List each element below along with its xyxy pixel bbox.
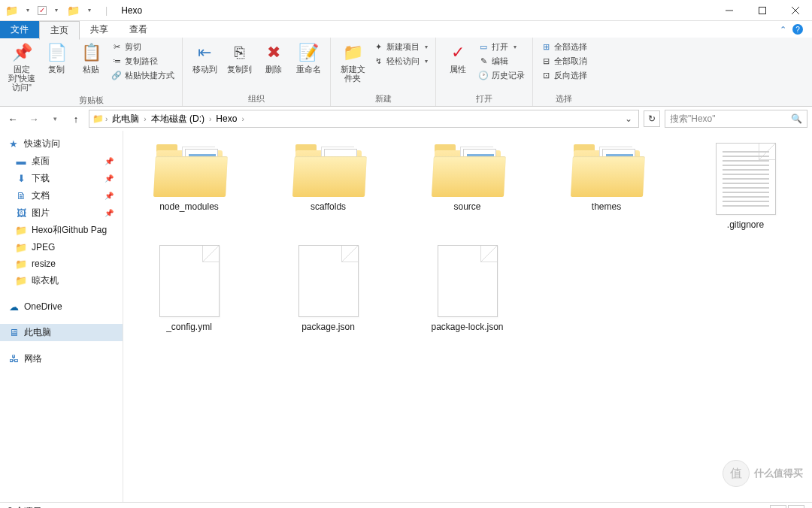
new-folder-button[interactable]: 📁新建文件夹 bbox=[337, 41, 368, 84]
close-button[interactable] bbox=[779, 0, 812, 21]
sidebar-item-pictures[interactable]: 🖼图片📌 bbox=[0, 204, 123, 222]
chevron-right-icon[interactable]: › bbox=[105, 115, 108, 123]
chevron-right-icon[interactable]: › bbox=[241, 115, 244, 123]
folder-icon bbox=[153, 143, 226, 197]
move-to-button[interactable]: ⇤移动到 bbox=[189, 41, 220, 75]
folder-icon bbox=[292, 143, 365, 197]
tab-home[interactable]: 主页 bbox=[39, 21, 80, 40]
sidebar-item-downloads[interactable]: ⬇下载📌 bbox=[0, 170, 123, 187]
file-list[interactable]: node_modules scaffolds source themes .gi… bbox=[123, 131, 812, 502]
breadcrumb-drive[interactable]: 本地磁盘 (D:) bbox=[148, 113, 208, 125]
file-config-yml[interactable]: _config.yml bbox=[131, 245, 247, 332]
forward-button[interactable]: → bbox=[26, 110, 42, 127]
qat-dropdown-icon[interactable]: ▾ bbox=[50, 4, 63, 17]
open-icon: ▭ bbox=[478, 42, 489, 53]
history-icon: 🕑 bbox=[478, 71, 489, 81]
maximize-button[interactable] bbox=[746, 0, 779, 21]
new-item-button[interactable]: ✦新建项目▾ bbox=[371, 41, 429, 53]
ribbon-group-organize: ⇤移动到 ⎘复制到 ✖删除 📝重命名 组织 bbox=[183, 38, 331, 106]
open-button[interactable]: ▭打开▾ bbox=[477, 41, 526, 53]
tab-file[interactable]: 文件 bbox=[0, 21, 39, 38]
file-package-lock-json[interactable]: package-lock.json bbox=[409, 245, 526, 332]
copy-path-button[interactable]: ≔复制路径 bbox=[110, 55, 176, 68]
cut-icon: ✂ bbox=[111, 42, 122, 53]
copy-to-icon: ⎘ bbox=[229, 42, 250, 63]
folder-source[interactable]: source bbox=[409, 143, 526, 230]
sidebar-item-jpeg[interactable]: 📁JPEG bbox=[0, 239, 123, 256]
address-bar[interactable]: 📁 › 此电脑 › 本地磁盘 (D:) › Hexo › ⌄ bbox=[89, 110, 639, 128]
copy-to-button[interactable]: ⎘复制到 bbox=[223, 41, 255, 75]
chevron-right-icon[interactable]: › bbox=[144, 115, 146, 123]
sidebar-item-hexo-github[interactable]: 📁Hexo和Github Pag bbox=[0, 222, 123, 239]
cut-button[interactable]: ✂剪切 bbox=[110, 41, 176, 53]
properties-icon: ✓ bbox=[447, 42, 468, 63]
select-none-button[interactable]: ⊟全部取消 bbox=[539, 55, 589, 68]
edit-button[interactable]: ✎编辑 bbox=[477, 55, 526, 68]
file-gitignore[interactable]: .gitignore bbox=[687, 143, 804, 230]
search-icon[interactable]: 🔍 bbox=[791, 113, 802, 124]
folder-scaffolds[interactable]: scaffolds bbox=[270, 143, 386, 230]
sidebar-item-resize[interactable]: 📁resize bbox=[0, 256, 123, 272]
back-button[interactable]: ← bbox=[5, 110, 21, 127]
collapse-ribbon-icon[interactable]: ⌃ bbox=[780, 25, 786, 35]
delete-button[interactable]: ✖删除 bbox=[258, 41, 289, 75]
status-bar: 8 个项目 ☰ ▦ bbox=[0, 502, 812, 508]
invert-selection-button[interactable]: ⊡反向选择 bbox=[539, 69, 589, 82]
copy-button[interactable]: 📄 复制 bbox=[41, 41, 72, 75]
watermark-badge: 值 bbox=[723, 460, 750, 487]
history-button[interactable]: 🕑历史记录 bbox=[477, 69, 526, 82]
checkbox-icon[interactable]: ✓ bbox=[38, 6, 47, 15]
ribbon: 📌 固定到"快速访问" 📄 复制 📋 粘贴 ✂剪切 ≔复制路径 🔗粘贴快捷方式 … bbox=[0, 38, 812, 107]
document-icon: 🗎 bbox=[15, 190, 27, 202]
tab-view[interactable]: 查看 bbox=[119, 21, 158, 38]
address-dropdown[interactable]: ⌄ bbox=[622, 113, 635, 124]
folder-icon: 📁 bbox=[15, 225, 27, 237]
folder-icon: 📁 bbox=[15, 258, 27, 270]
rename-icon: 📝 bbox=[298, 42, 319, 63]
item-count: 8 个项目 bbox=[8, 505, 42, 508]
folder-node-modules[interactable]: node_modules bbox=[131, 143, 247, 230]
sidebar-item-dryer[interactable]: 📁晾衣机 bbox=[0, 272, 123, 289]
select-none-icon: ⊟ bbox=[541, 56, 551, 67]
easy-access-button[interactable]: ↯轻松访问▾ bbox=[371, 55, 429, 68]
tab-share[interactable]: 共享 bbox=[80, 21, 119, 38]
ribbon-group-select: ⊞全部选择 ⊟全部取消 ⊡反向选择 选择 bbox=[533, 38, 595, 106]
folder-themes[interactable]: themes bbox=[548, 143, 665, 230]
recent-dropdown[interactable]: ▾ bbox=[47, 110, 63, 127]
ribbon-group-open: ✓属性 ▭打开▾ ✎编辑 🕑历史记录 打开 bbox=[436, 38, 533, 106]
chevron-right-icon[interactable]: › bbox=[209, 115, 211, 123]
qat-dropdown-icon[interactable]: ▾ bbox=[21, 4, 35, 17]
sidebar-item-onedrive[interactable]: ☁OneDrive bbox=[0, 298, 123, 315]
folder-icon: 📁 bbox=[5, 4, 18, 17]
breadcrumb-folder[interactable]: Hexo bbox=[213, 113, 240, 124]
sidebar-item-network[interactable]: 🖧网络 bbox=[0, 350, 123, 367]
qat-overflow-icon[interactable]: ▾ bbox=[83, 4, 96, 17]
window-title: Hexo bbox=[112, 5, 142, 16]
search-box[interactable]: 搜索"Hexo" 🔍 bbox=[665, 110, 807, 128]
pin-quick-access-button[interactable]: 📌 固定到"快速访问" bbox=[6, 41, 38, 93]
watermark: 值 什么值得买 bbox=[723, 460, 803, 487]
sidebar-item-quick-access[interactable]: ★快速访问 bbox=[0, 135, 123, 153]
folder-icon: 📁 bbox=[92, 113, 104, 124]
cloud-icon: ☁ bbox=[8, 301, 20, 313]
group-label: 剪贴板 bbox=[6, 93, 176, 106]
details-view-button[interactable]: ☰ bbox=[770, 505, 786, 509]
icons-view-button[interactable]: ▦ bbox=[788, 505, 804, 509]
pin-icon: 📌 bbox=[105, 157, 120, 165]
help-icon[interactable]: ? bbox=[792, 24, 803, 35]
minimize-button[interactable] bbox=[713, 0, 746, 21]
sidebar-item-this-pc[interactable]: 🖥此电脑 bbox=[0, 324, 123, 341]
breadcrumb-pc[interactable]: 此电脑 bbox=[109, 113, 142, 125]
refresh-button[interactable]: ↻ bbox=[644, 110, 660, 127]
sidebar-item-documents[interactable]: 🗎文档📌 bbox=[0, 187, 123, 204]
up-button[interactable]: ↑ bbox=[68, 110, 84, 127]
properties-button[interactable]: ✓属性 bbox=[442, 41, 474, 75]
network-icon: 🖧 bbox=[8, 353, 20, 365]
paste-shortcut-button[interactable]: 🔗粘贴快捷方式 bbox=[110, 69, 176, 82]
sidebar-item-desktop[interactable]: ▬桌面📌 bbox=[0, 153, 123, 170]
rename-button[interactable]: 📝重命名 bbox=[292, 41, 324, 75]
folder-icon: 📁 bbox=[66, 4, 80, 17]
select-all-button[interactable]: ⊞全部选择 bbox=[539, 41, 589, 53]
paste-button[interactable]: 📋 粘贴 bbox=[75, 41, 107, 75]
file-package-json[interactable]: package.json bbox=[270, 245, 386, 332]
